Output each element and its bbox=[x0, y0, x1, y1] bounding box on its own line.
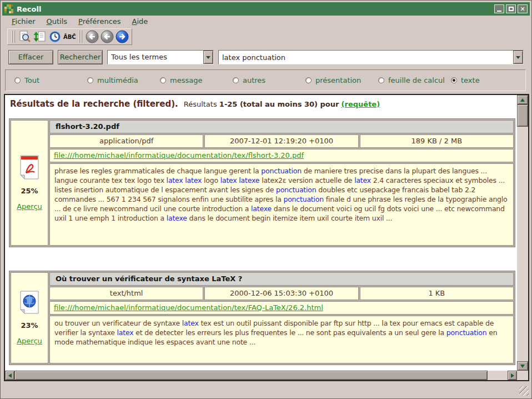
results-heading: Résultats de la recherche (filtered). bbox=[10, 99, 178, 109]
minimize-icon bbox=[497, 11, 501, 12]
results-summary-prefix: Résultats bbox=[184, 100, 217, 108]
term-explorer-button[interactable]: ÂBĈ bbox=[62, 29, 77, 44]
result-side-panel: 23% Aperçu bbox=[11, 272, 48, 363]
document-sort-icon bbox=[33, 30, 47, 43]
preview-link[interactable]: Aperçu bbox=[17, 337, 42, 345]
radio-icon bbox=[160, 77, 166, 83]
query-combo[interactable] bbox=[218, 50, 524, 64]
results-summary-count: 1-25 (total au moins 30) pour bbox=[219, 100, 339, 108]
filter-radio-autres[interactable]: autres bbox=[233, 76, 305, 84]
horizontal-scrollbar-thumb[interactable] bbox=[14, 371, 488, 380]
nav-forward-icon bbox=[115, 29, 129, 44]
file-url-link[interactable]: file:///home/michael/informatique/docume… bbox=[54, 151, 304, 159]
result-title: flshort-3.20.pdf bbox=[49, 120, 514, 133]
size-cell: 189 KB / 2 MB bbox=[360, 134, 514, 148]
resize-grip[interactable] bbox=[519, 386, 529, 396]
search-controls: Effacer Rechercher Tous les termes bbox=[1, 48, 531, 66]
close-icon: ✕ bbox=[520, 6, 525, 12]
result-snippet: phrase les regles grammaticales de chaqu… bbox=[49, 163, 514, 246]
relevance-percent: 25% bbox=[21, 187, 38, 195]
vertical-scrollbar[interactable] bbox=[517, 95, 528, 371]
search-button[interactable]: Rechercher bbox=[58, 50, 103, 64]
results-frame: Résultats de la recherche (filtered).Rés… bbox=[4, 94, 529, 381]
date-cell: 2000-12-06 15:03:30 +0100 bbox=[204, 287, 358, 300]
prev-page-button[interactable] bbox=[84, 29, 99, 44]
search-mode-value: Tous les termes bbox=[108, 51, 203, 64]
arrow-down-icon bbox=[520, 365, 525, 368]
radio-icon bbox=[233, 77, 239, 83]
advanced-search-button[interactable] bbox=[17, 29, 32, 44]
arrow-right-icon bbox=[511, 373, 514, 378]
title-bar[interactable]: Recoll ✕ bbox=[2, 2, 530, 16]
file-url-link[interactable]: file:///home/michael/informatique/docume… bbox=[54, 303, 323, 312]
minimize-button[interactable] bbox=[494, 4, 504, 13]
close-button[interactable]: ✕ bbox=[518, 4, 528, 13]
filter-radio-presentation[interactable]: présentation bbox=[305, 76, 378, 84]
prev-result-button[interactable] bbox=[99, 29, 114, 44]
toolbar-drag-handle[interactable] bbox=[12, 31, 16, 43]
menu-bar: Fichier Outils Préférences Aide bbox=[2, 16, 530, 27]
size-cell: 1 KB bbox=[360, 287, 514, 300]
scroll-left-button[interactable] bbox=[5, 371, 14, 380]
svg-text:ÂBĈ: ÂBĈ bbox=[63, 33, 76, 40]
radio-icon bbox=[87, 77, 93, 83]
vertical-scrollbar-thumb[interactable] bbox=[517, 104, 528, 127]
filter-radio-tout[interactable]: Tout bbox=[14, 76, 87, 84]
document-history-button[interactable] bbox=[47, 29, 62, 44]
toolbar: ÂBĈ bbox=[2, 27, 530, 46]
term-explorer-abc-icon: ÂBĈ bbox=[63, 30, 77, 43]
maximize-icon bbox=[509, 7, 514, 11]
app-icon bbox=[4, 4, 13, 13]
scroll-down-button[interactable] bbox=[517, 361, 528, 371]
nav-back-icon bbox=[85, 29, 99, 44]
menu-item-outils[interactable]: Outils bbox=[42, 16, 73, 27]
results-viewport: Résultats de la recherche (filtered).Rés… bbox=[5, 95, 517, 371]
dropdown-arrow-icon[interactable] bbox=[203, 51, 213, 64]
result-side-panel: 25% Aperçu bbox=[11, 120, 48, 246]
document-search-icon bbox=[18, 30, 32, 43]
search-input[interactable] bbox=[219, 51, 513, 64]
category-filter-frame: Tout multimédia message autres présentat… bbox=[5, 69, 526, 91]
mime-type-cell: text/html bbox=[49, 287, 203, 300]
scrollbar-corner bbox=[517, 371, 528, 380]
history-clock-icon bbox=[48, 30, 62, 43]
sort-parameters-button[interactable] bbox=[32, 29, 47, 44]
filter-radio-texte[interactable]: texte bbox=[451, 76, 480, 84]
mime-type-cell: application/pdf bbox=[49, 134, 203, 148]
scroll-right-button[interactable] bbox=[508, 371, 517, 380]
nav-back-icon bbox=[100, 29, 114, 44]
html-file-icon bbox=[19, 291, 39, 314]
results-header: Résultats de la recherche (filtered).Rés… bbox=[5, 95, 517, 109]
preview-link[interactable]: Aperçu bbox=[17, 202, 42, 211]
query-link[interactable]: (requête) bbox=[342, 100, 380, 108]
result-title: Où trouver un vérificateur de syntaxe La… bbox=[49, 272, 514, 286]
menu-item-fichier[interactable]: Fichier bbox=[7, 16, 41, 27]
horizontal-scrollbar[interactable] bbox=[5, 371, 517, 380]
result-card: 25% Aperçu flshort-3.20.pdf application/… bbox=[9, 118, 515, 247]
menu-item-preferences[interactable]: Préférences bbox=[73, 16, 126, 27]
arrow-left-icon bbox=[8, 373, 12, 378]
clear-button[interactable]: Effacer bbox=[8, 50, 53, 64]
radio-icon bbox=[451, 77, 457, 83]
filter-radio-message[interactable]: message bbox=[160, 76, 233, 84]
radio-icon bbox=[305, 77, 312, 83]
result-snippet: ou trouver un verificateur de syntaxe la… bbox=[49, 316, 514, 363]
toolbar-drag-handle[interactable] bbox=[79, 31, 83, 43]
result-card: 23% Aperçu Où trouver un vérificateur de… bbox=[9, 271, 515, 365]
date-cell: 2007-12-01 12:19:20 +0100 bbox=[204, 134, 358, 148]
menu-item-aide[interactable]: Aide bbox=[127, 16, 153, 27]
arrow-up-icon bbox=[520, 98, 525, 102]
maximize-button[interactable] bbox=[506, 4, 516, 13]
radio-icon bbox=[14, 77, 21, 83]
filter-radio-feuille-de-calcul[interactable]: feuille de calcul bbox=[378, 76, 451, 84]
relevance-percent: 23% bbox=[21, 321, 38, 330]
window-title: Recoll bbox=[17, 5, 494, 13]
next-page-button[interactable] bbox=[114, 29, 129, 44]
pdf-file-icon bbox=[19, 155, 39, 179]
search-mode-select[interactable]: Tous les termes bbox=[107, 50, 214, 64]
scroll-up-button[interactable] bbox=[517, 95, 528, 104]
radio-icon bbox=[378, 77, 384, 83]
dropdown-arrow-icon[interactable] bbox=[513, 51, 523, 64]
app-window: Recoll ✕ Fichier Outils Préférences Aide bbox=[0, 0, 532, 399]
filter-radio-multimedia[interactable]: multimédia bbox=[87, 76, 160, 84]
